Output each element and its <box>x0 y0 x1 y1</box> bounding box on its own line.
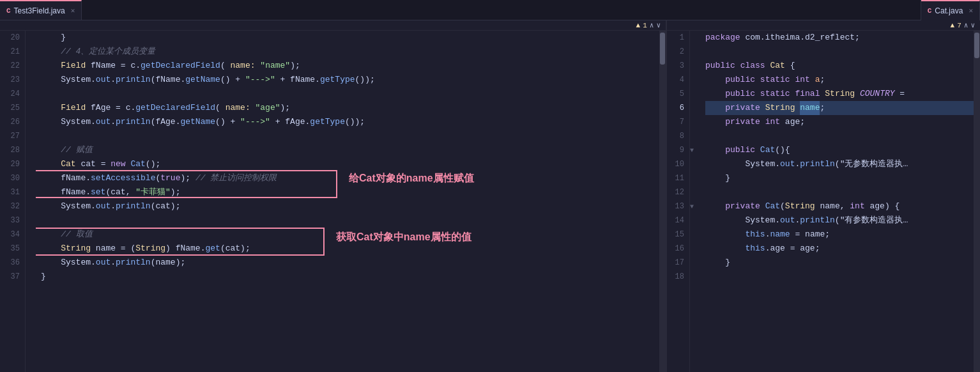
right-line-numbers: 1 2 3 4 5 6 7 8 9 10 11 12 13 14 15 16 1 <box>667 31 690 372</box>
right-editor-content[interactable]: 1 2 3 4 5 6 7 8 9 10 11 12 13 14 15 16 1 <box>667 31 980 372</box>
annotation-label-assign: 给Cat对象的name属性赋值 <box>349 171 474 185</box>
code-line-33 <box>41 213 659 228</box>
rcode-line-16: this.age = age; <box>705 242 974 256</box>
code-line-20: } <box>41 31 659 45</box>
rcode-line-15: this.name = name; <box>705 228 974 242</box>
tab-close-left[interactable]: ✕ <box>71 6 75 15</box>
nav-up-left[interactable]: ∧ <box>650 21 654 29</box>
rcode-line-12 <box>705 185 974 199</box>
rcode-line-18 <box>705 270 974 284</box>
tab-filename-left: Test3Field.java <box>14 6 65 15</box>
tabs-bar: C Test3Field.java ✕ C Cat.java ✕ <box>0 0 980 20</box>
code-line-21: // 4、定位某个成员变量 <box>41 45 659 59</box>
rcode-line-13: private Cat(String name, int age) { <box>705 199 974 213</box>
right-fold-gutter: ▼ ▼ <box>690 31 700 372</box>
code-line-23: System.out.println(fName.getName() + "--… <box>41 73 659 87</box>
warning-icon-right: ▲ <box>951 22 955 29</box>
rcode-line-6: private String name; <box>705 101 974 115</box>
tab-icon-left: C <box>6 7 11 15</box>
rcode-line-2 <box>705 45 974 59</box>
right-scrollbar[interactable] <box>974 31 980 372</box>
annotation-label-get: 获取Cat对象中name属性的值 <box>336 230 471 244</box>
code-line-32: System.out.println(cat); <box>41 199 659 213</box>
right-code-lines: package com.itheima.d2_reflect; public c… <box>700 31 974 372</box>
left-line-numbers: 20 21 22 23 24 25 26 27 28 29 30 31 32 3… <box>0 31 26 372</box>
code-line-26: System.out.println(fAge.getName() + "---… <box>41 115 659 129</box>
tabs-right-section: C Cat.java ✕ <box>921 0 980 20</box>
rcode-line-11: } <box>705 171 974 185</box>
warning-count-left: 1 <box>643 22 647 29</box>
code-line-28: // 赋值 <box>41 143 659 157</box>
left-editor-content[interactable]: 20 21 22 23 24 25 26 27 28 29 30 31 32 3… <box>0 31 666 372</box>
code-line-36: System.out.println(name); <box>41 256 659 270</box>
code-line-27 <box>41 129 659 143</box>
tab-icon-right: C <box>928 7 932 15</box>
left-code-lines: } // 4、定位某个成员变量 Field fName = c.getDecla… <box>36 31 659 372</box>
nav-down-left[interactable]: ∨ <box>656 21 661 29</box>
rcode-line-17: } <box>705 256 974 270</box>
warning-icon-left: ▲ <box>636 22 641 29</box>
left-editor-pane: ▲ 1 ∧ ∨ 20 21 22 23 24 25 26 27 28 29 <box>0 20 667 372</box>
rcode-line-10: System.out.println("无参数构造器执… <box>705 157 974 171</box>
rcode-line-4: public static int a; <box>705 73 974 87</box>
left-scrollbar-thumb[interactable] <box>660 33 665 65</box>
code-line-29: Cat cat = new Cat(); <box>41 157 659 171</box>
rcode-line-8 <box>705 129 974 143</box>
warning-count-right: 7 <box>957 22 961 29</box>
tab-catjava[interactable]: C Cat.java ✕ <box>921 0 980 20</box>
left-fold-gutter <box>26 31 36 372</box>
rcode-line-1: package com.itheima.d2_reflect; <box>705 31 974 45</box>
tab-close-right[interactable]: ✕ <box>969 6 973 15</box>
app-container: C Test3Field.java ✕ C Cat.java ✕ ▲ 1 ∧ ∨ <box>0 0 980 372</box>
code-line-31: fName.set(cat, "卡菲猫"); <box>41 185 659 199</box>
nav-down-right[interactable]: ∨ <box>970 21 975 29</box>
left-warning-bar: ▲ 1 ∧ ∨ <box>0 20 666 31</box>
code-line-25: Field fAge = c.getDeclaredField( name: "… <box>41 101 659 115</box>
tab-test3field[interactable]: C Test3Field.java ✕ <box>0 0 82 20</box>
editors-container: ▲ 1 ∧ ∨ 20 21 22 23 24 25 26 27 28 29 <box>0 20 980 372</box>
left-scrollbar[interactable] <box>659 31 666 372</box>
nav-up-right[interactable]: ∧ <box>964 21 969 29</box>
right-scrollbar-thumb[interactable] <box>974 33 979 58</box>
rcode-line-9: public Cat(){ <box>705 143 974 157</box>
rcode-line-5: public static final String COUNTRY = <box>705 87 974 101</box>
code-line-24 <box>41 87 659 101</box>
rcode-line-7: private int age; <box>705 115 974 129</box>
code-line-22: Field fName = c.getDeclaredField( name: … <box>41 59 659 73</box>
right-warning-bar: ▲ 7 ∧ ∨ <box>667 20 980 31</box>
code-line-37: } <box>41 270 659 284</box>
rcode-line-14: System.out.println("有参数构造器执… <box>705 213 974 228</box>
right-editor-pane: ▲ 7 ∧ ∨ 1 2 3 4 5 6 7 8 9 10 <box>667 20 980 372</box>
rcode-line-3: public class Cat { <box>705 59 974 73</box>
tab-filename-right: Cat.java <box>935 6 963 15</box>
